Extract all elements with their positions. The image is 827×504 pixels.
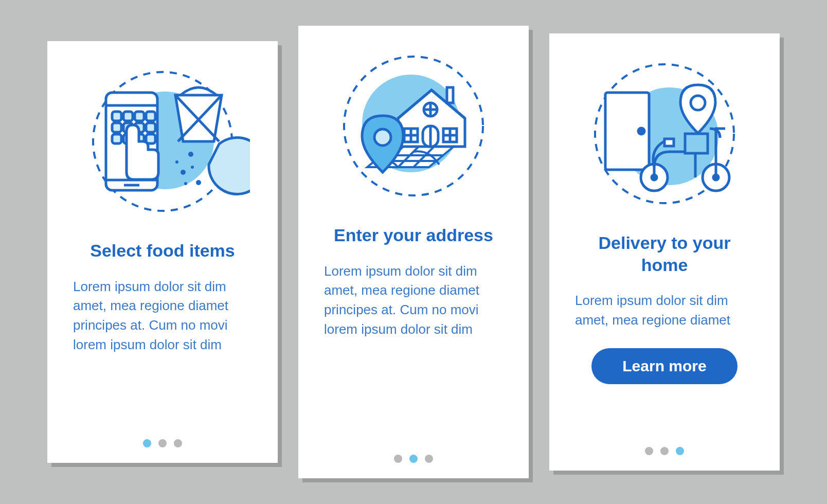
dot-1[interactable] [143,439,151,447]
dot-3[interactable] [425,455,433,463]
svg-point-23 [175,160,178,164]
learn-more-button[interactable]: Learn more [591,348,737,384]
svg-point-21 [181,170,186,175]
card-body: Lorem ipsum dolor sit dim amet, mea regi… [324,262,503,339]
card-title: Select food items [90,240,235,262]
pagination-dots [298,455,529,463]
svg-rect-7 [123,112,133,121]
dot-1[interactable] [394,455,402,463]
dot-2[interactable] [158,439,167,447]
svg-point-22 [196,180,201,185]
card-title: Enter your address [334,224,493,246]
svg-rect-10 [112,123,121,132]
pagination-dots [47,439,278,447]
select-food-icon [73,62,252,221]
dot-2[interactable] [409,455,418,463]
svg-point-20 [188,152,193,157]
svg-rect-13 [146,123,155,132]
onboarding-card-3: Delivery to your home Lorem ipsum dolor … [549,33,780,471]
dot-3[interactable] [676,447,684,455]
svg-rect-33 [447,87,453,103]
svg-point-55 [713,175,718,180]
delivery-icon [575,54,754,213]
svg-point-50 [691,96,705,110]
svg-rect-6 [112,112,121,121]
address-icon [324,46,503,206]
svg-rect-14 [112,134,121,143]
onboarding-card-1: Select food items Lorem ipsum dolor sit … [47,41,278,463]
card-body: Lorem ipsum dolor sit dim amet, mea regi… [575,291,754,330]
svg-point-54 [652,175,657,180]
svg-point-25 [184,182,187,185]
dot-1[interactable] [645,447,653,455]
dot-3[interactable] [174,439,182,447]
dot-2[interactable] [660,447,669,455]
svg-point-49 [638,128,644,134]
svg-rect-53 [685,134,708,153]
svg-rect-8 [135,112,144,121]
pagination-dots [549,447,780,455]
svg-point-45 [374,129,391,146]
svg-rect-9 [146,112,155,121]
onboarding-card-2: Enter your address Lorem ipsum dolor sit… [298,26,529,478]
card-body: Lorem ipsum dolor sit dim amet, mea regi… [73,277,252,355]
svg-point-24 [191,166,194,169]
card-title: Delivery to your home [575,232,754,276]
